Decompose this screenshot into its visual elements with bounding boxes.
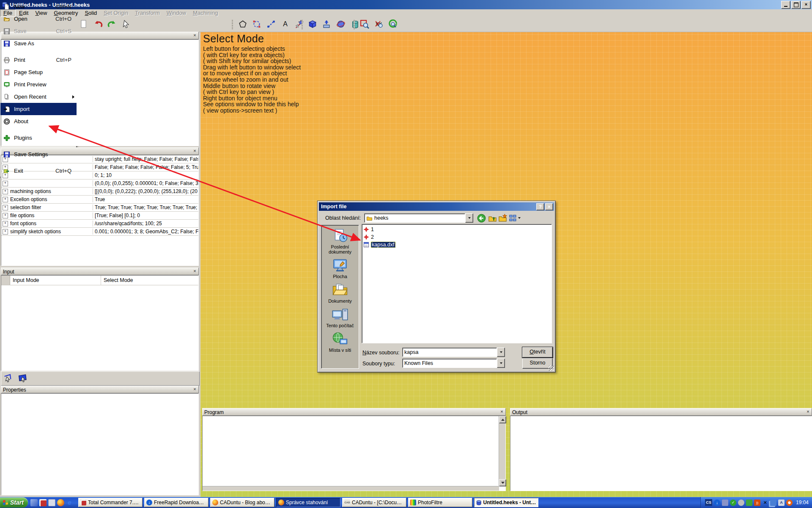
- tray-gray-icon[interactable]: [738, 500, 744, 506]
- table-row[interactable]: Excellon optionsTrue: [1, 196, 198, 204]
- table-row[interactable]: (0,0,0); (0,0,255); 0.000001; 0; False; …: [1, 179, 198, 188]
- quick-launch-window-app-icon[interactable]: [48, 499, 55, 506]
- circle-points-icon[interactable]: [250, 18, 263, 30]
- expand-icon[interactable]: [3, 197, 8, 202]
- pentagon-sketch-icon[interactable]: [236, 18, 249, 30]
- task-button[interactable]: Total Commander 7.0 pu...: [78, 498, 143, 507]
- task-button[interactable]: Untitled.heeks - Untit...: [474, 498, 538, 507]
- quick-launch-internet-explorer-icon[interactable]: [66, 499, 73, 506]
- place-network[interactable]: Místa v síti: [321, 332, 359, 353]
- filetype-combobox[interactable]: Known Files: [402, 359, 505, 368]
- menu-item-save-as[interactable]: Save As: [0, 37, 77, 50]
- expand-icon[interactable]: [3, 213, 8, 218]
- horizontal-scrollbar[interactable]: [203, 486, 499, 491]
- zoom-xy-icon[interactable]: [372, 18, 385, 30]
- table-row[interactable]: selection filterTrue; True; True; True; …: [1, 204, 198, 212]
- text-icon[interactable]: [279, 18, 292, 30]
- expand-icon[interactable]: [3, 205, 8, 210]
- file-item[interactable]: 2: [363, 233, 551, 241]
- sphere-icon[interactable]: [335, 18, 347, 30]
- help-icon[interactable]: [536, 203, 544, 210]
- zoom-window-icon[interactable]: [358, 18, 371, 30]
- tray-check-icon[interactable]: [730, 500, 736, 506]
- program-panel-body[interactable]: [202, 416, 506, 491]
- new-folder-icon[interactable]: [497, 213, 508, 223]
- table-row[interactable]: file options[True; False] [0.1]; 0: [1, 212, 198, 220]
- tray-download-icon[interactable]: [714, 500, 720, 506]
- table-row[interactable]: font options/usr/share/qcad/fonts; 100; …: [1, 220, 198, 228]
- menu-item-import[interactable]: Import: [0, 103, 77, 115]
- input-mode-row[interactable]: Input Mode Select Mode: [1, 276, 198, 285]
- back-icon[interactable]: [476, 213, 487, 223]
- menu-item-exit[interactable]: ExitCtrl+Q: [0, 165, 77, 177]
- task-button[interactable]: PhotoFiltre: [408, 498, 472, 507]
- menu-item-plugins[interactable]: Plugins: [0, 132, 77, 144]
- open-button[interactable]: Otevřít: [522, 347, 553, 358]
- vertical-scrollbar[interactable]: [499, 416, 505, 486]
- menu-item-save-settings[interactable]: Save Settings: [0, 148, 77, 160]
- menu-item-open-recent[interactable]: Open Recent: [0, 91, 77, 103]
- close-icon[interactable]: [545, 203, 553, 210]
- select-cursor-icon[interactable]: [120, 18, 133, 30]
- scroll-down-icon[interactable]: [499, 479, 506, 486]
- tray-volume-icon[interactable]: [754, 500, 760, 506]
- menu-machining[interactable]: Machining: [189, 9, 221, 17]
- toolbar-grip[interactable]: [302, 19, 303, 29]
- table-row[interactable]: simplify sketch options0.001; 0.000001; …: [1, 228, 198, 236]
- look-in-combobox[interactable]: heeks: [364, 213, 473, 223]
- tray-x-icon[interactable]: [762, 500, 768, 506]
- task-button[interactable]: CADuntu - [C:\Document...: [342, 498, 406, 507]
- quick-launch-total-commander-icon[interactable]: [39, 499, 47, 506]
- file-item[interactable]: 1: [363, 226, 551, 233]
- file-list[interactable]: 1 2 kapsa.dxf: [362, 224, 552, 343]
- scroll-up-icon[interactable]: [499, 416, 506, 423]
- start-button[interactable]: Start: [0, 497, 28, 508]
- place-recent-documents[interactable]: Poslední dokumenty: [321, 229, 359, 254]
- extrude-icon[interactable]: [320, 18, 333, 30]
- toolbar-grip[interactable]: [354, 19, 355, 29]
- menu-item-open[interactable]: OpenCtrl+O: [0, 13, 77, 25]
- place-my-computer[interactable]: Tento počítač: [321, 307, 359, 328]
- tray-computers-icon[interactable]: [770, 500, 776, 506]
- tray-shield-icon[interactable]: [746, 500, 752, 506]
- undo-icon[interactable]: [92, 18, 104, 30]
- menu-item-page-setup[interactable]: Page Setup: [0, 66, 77, 78]
- menu-item-print[interactable]: PrintCtrl+P: [0, 54, 77, 66]
- quick-launch-firefox-icon[interactable]: [57, 499, 64, 506]
- close-button[interactable]: [801, 1, 811, 9]
- quick-launch-app-icon[interactable]: [30, 499, 38, 506]
- minimize-button[interactable]: [781, 1, 790, 9]
- properties-panel-body[interactable]: [1, 393, 199, 495]
- tray-app-icon[interactable]: [722, 500, 728, 506]
- close-icon[interactable]: [192, 149, 198, 154]
- menu-solid[interactable]: Solid: [81, 9, 100, 17]
- cube-icon[interactable]: [306, 18, 319, 30]
- line-points-icon[interactable]: [265, 18, 277, 30]
- menu-item-save[interactable]: SaveCtrl+S: [0, 25, 77, 37]
- clipped-toolbar-icon[interactable]: [77, 18, 90, 30]
- toolbar-grip[interactable]: [232, 19, 233, 29]
- table-row[interactable]: machining options[[(0,0,0); (0,0,222); (…: [1, 188, 198, 196]
- menu-item-about[interactable]: About: [0, 115, 77, 127]
- menu-set-origin[interactable]: Set Origin: [100, 9, 132, 17]
- expand-icon[interactable]: [3, 221, 8, 226]
- place-desktop[interactable]: Plocha: [321, 258, 359, 279]
- tray-a-icon[interactable]: [778, 500, 785, 506]
- up-folder-icon[interactable]: [487, 213, 498, 223]
- select-outline-icon[interactable]: [2, 372, 15, 384]
- expand-icon[interactable]: [3, 181, 8, 186]
- task-button[interactable]: Správce stahování: [276, 498, 340, 507]
- close-icon[interactable]: [192, 269, 198, 274]
- expand-icon[interactable]: [3, 189, 8, 194]
- close-icon[interactable]: [192, 387, 198, 392]
- close-icon[interactable]: [192, 33, 198, 39]
- dropdown-icon[interactable]: [497, 359, 505, 368]
- dropdown-icon[interactable]: [497, 348, 505, 357]
- tray-orange-icon[interactable]: [786, 500, 793, 506]
- select-filled-icon[interactable]: [16, 372, 29, 384]
- task-button[interactable]: CADuntu - Blog about C...: [210, 498, 274, 507]
- rotate-view-icon[interactable]: [387, 18, 399, 30]
- close-icon[interactable]: [499, 409, 505, 415]
- output-panel-body[interactable]: [510, 416, 812, 491]
- file-item-selected[interactable]: kapsa.dxf: [363, 241, 551, 248]
